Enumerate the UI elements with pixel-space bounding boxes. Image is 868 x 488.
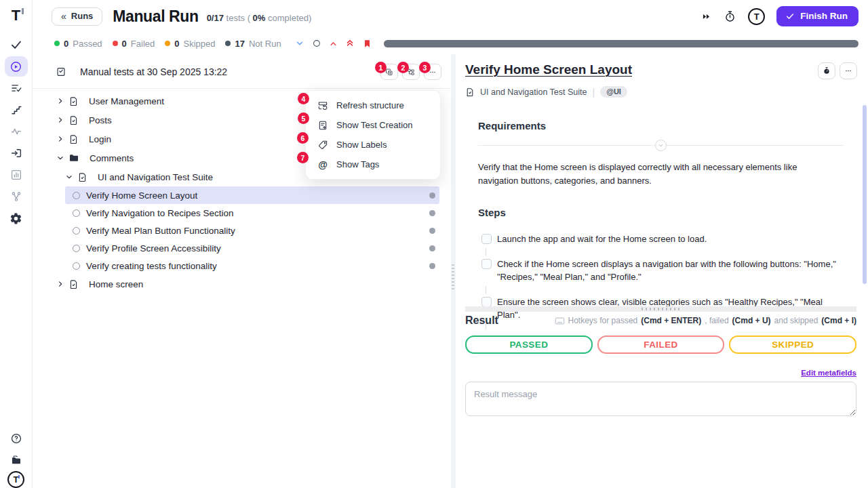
timer-icon[interactable] [724,10,736,23]
tag-badge[interactable]: @UI [600,86,627,98]
check-nav-icon[interactable] [5,35,28,55]
page-title: Manual Run [113,7,198,26]
result-section: Result Hotkeys for passed (Cmd + ENTER) … [465,314,856,419]
sidebar-rail: T [0,0,33,488]
finish-run-button[interactable]: Finish Run [776,6,859,26]
tree-row-test-selected[interactable]: Verify Home Screen Layout [33,186,451,204]
report-chart-icon[interactable] [5,165,28,185]
test-more-options-button[interactable] [840,62,857,79]
clipboard-check-icon [56,66,66,77]
tree-row-test[interactable]: Verify Navigation to Recipes Section [33,204,451,222]
circle-outline-icon[interactable] [312,39,321,48]
step-item[interactable]: Check if the Home screen displays a navi… [478,258,837,284]
suite-name[interactable]: UI and Navigation Test Suite [480,87,587,97]
chevron-right-icon[interactable] [56,96,66,106]
percent-completed: 0% [253,13,266,23]
chevron-right-icon[interactable] [56,134,66,144]
chevron-down-icon[interactable] [295,39,304,48]
passed-button[interactable]: PASSED [465,336,593,354]
step-connector [486,248,486,256]
check-icon [785,12,795,21]
menu-item-refresh-structure[interactable]: Refresh structure [306,96,440,115]
gray-dot-icon [225,41,231,46]
test-indicator-dot [429,228,435,234]
test-status-circle-icon [73,262,80,270]
panel-resize-divider[interactable] [451,54,456,488]
orange-dot-icon [165,41,170,46]
settings-gear-icon[interactable] [5,208,28,228]
annotation-badge-6: 6 [297,132,309,144]
tests-ratio: 0/17 [207,13,224,23]
annotation-badge-4: 4 [298,93,309,104]
edit-metafields-link[interactable]: Edit metafields [801,369,856,377]
back-to-runs-button[interactable]: « Runs [52,7,102,26]
skipped-button[interactable]: SKIPPED [729,336,856,354]
runs-play-circle-icon[interactable] [5,56,28,77]
tree-toolbar [380,64,441,80]
green-dot-icon [54,41,60,46]
menu-item-label: Refresh structure [336,100,404,110]
hotkey-passed: (Cmd + ENTER) [641,316,701,325]
test-indicator-dot [429,263,435,269]
hotkeys-text: , failed [705,316,728,325]
hotkeys-hint: Hotkeys for passed (Cmd + ENTER) , faile… [555,316,856,325]
tree-row-test[interactable]: Verify creating tests functionality [33,257,451,274]
breadcrumb: UI and Navigation Test Suite | @UI [456,79,868,98]
menu-item-show-test-creation[interactable]: Show Test Creation [306,115,440,135]
collapse-knob[interactable] [655,140,667,151]
workspace-logo-icon[interactable]: T [7,471,24,488]
bookmark-icon[interactable] [362,39,372,49]
test-title[interactable]: Verify Home Screen Layout [465,62,632,77]
test-indicator-dot [429,245,435,251]
stopwatch-icon [823,66,831,76]
result-message-input[interactable] [465,382,856,416]
branch-icon[interactable] [5,186,28,207]
tree-item-label: Home screen [89,279,143,289]
finish-run-label: Finish Run [800,11,848,21]
log-in-icon[interactable] [5,143,28,163]
stopwatch-button[interactable] [818,62,835,79]
failed-button[interactable]: FAILED [597,336,725,354]
sidebar-bottom: T [5,428,28,488]
vertical-scrollbar[interactable] [863,105,867,284]
detail-actions [818,62,857,79]
tree-row-suite[interactable]: Home screen [33,274,451,293]
menu-item-show-labels[interactable]: Show Labels [306,135,440,155]
notrun-count: 17Not Run [225,39,281,49]
step-connector [486,286,486,294]
stairs-icon[interactable] [5,100,28,120]
suite-doc-check-icon [68,115,79,125]
completed-word: completed) [265,13,311,23]
menu-item-show-tags[interactable]: @ Show Tags [306,155,440,174]
step-item[interactable]: Launch the app and wait for the Home scr… [478,232,837,246]
tree-item-label: User Management [89,96,164,106]
chevron-down-icon[interactable] [64,172,75,182]
chevron-right-icon[interactable] [56,115,66,125]
brand-logo-icon[interactable]: T [12,5,20,26]
suite-doc-check-icon [68,134,79,144]
tree-item-label: Posts [89,115,112,125]
chevron-down-icon [658,142,664,148]
menu-item-label: Show Tags [336,159,379,169]
test-detail-panel: Verify Home Screen Layout UI and Navigat… [456,54,868,488]
activity-pulse-icon[interactable] [5,121,28,142]
folder-library-icon[interactable] [5,450,28,470]
list-check-icon[interactable] [5,78,28,98]
tree-row-test[interactable]: Verify Meal Plan Button Functionality [33,222,451,239]
double-chevron-up-icon[interactable] [345,39,355,48]
double-chevron-left-icon: « [61,11,66,22]
tree-item-label: UI and Navigation Test Suite [98,172,213,182]
run-status-row: 0Passed 0Failed 0Skipped 17Not Run [33,33,868,54]
chevron-up-icon[interactable] [329,39,338,48]
help-circle-icon[interactable] [5,428,28,449]
skip-forward-icon[interactable] [701,11,712,22]
test-indicator-dot [429,192,435,199]
tree-row-test[interactable]: Verify Profile Screen Accessibility [33,239,451,257]
chevron-right-icon[interactable] [56,279,66,289]
chevron-down-icon[interactable] [56,153,66,163]
horizontal-resize-grip[interactable] [465,306,856,312]
hotkey-failed: (Cmd + U) [732,316,771,325]
detail-body: Requirements Verify that the Home screen… [465,120,856,329]
resize-grip-icon[interactable] [452,264,454,290]
account-logo-icon[interactable]: T [748,8,765,25]
